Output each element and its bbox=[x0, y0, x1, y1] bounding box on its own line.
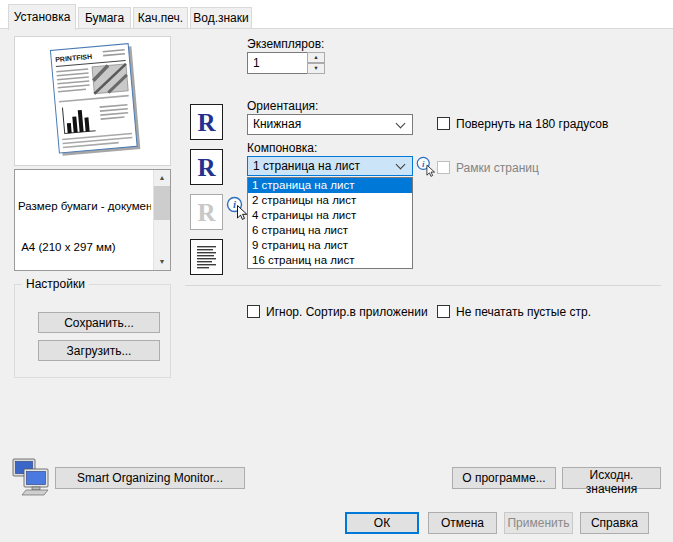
checkbox-box[interactable] bbox=[247, 305, 260, 318]
r-letter: R bbox=[197, 155, 215, 180]
tab-paper-label: Бумага bbox=[85, 11, 124, 25]
tab-print-quality-label: Кач.печ. bbox=[138, 11, 183, 25]
layout-option[interactable]: 6 страниц на лист bbox=[248, 223, 412, 238]
checkbox-box[interactable] bbox=[437, 117, 450, 130]
restore-defaults-button[interactable]: Исходн. значения bbox=[562, 467, 661, 489]
section-separator bbox=[185, 285, 661, 286]
copies-label: Экземпляров: bbox=[247, 37, 324, 51]
skip-blank-pages-label: Не печатать пустые стр. bbox=[456, 305, 591, 319]
chevron-down-icon bbox=[396, 160, 406, 170]
settings-summary-panel: Размер бумаги - документ А4 (210 х 297 м… bbox=[14, 169, 171, 271]
orientation-label: Ориентация: bbox=[247, 99, 318, 113]
orientation-portrait-icon: R bbox=[190, 104, 223, 140]
orientation-select[interactable]: Книжная bbox=[247, 114, 413, 135]
computer-icon bbox=[10, 455, 50, 497]
layout-lines-icon bbox=[190, 239, 223, 275]
scroll-down-icon[interactable]: ▼ bbox=[154, 254, 170, 270]
ignore-collate-checkbox[interactable]: Игнор. Сортир.в приложении bbox=[247, 304, 428, 319]
layout-option[interactable]: 4 страницы на лист bbox=[248, 208, 412, 223]
cursor-icon bbox=[238, 206, 247, 220]
vertical-scrollbar[interactable]: ▲ ▼ bbox=[153, 170, 170, 270]
tab-watermarks[interactable]: Вод.знаки bbox=[190, 7, 252, 29]
orientation-value: Книжная bbox=[253, 117, 301, 131]
ok-button[interactable]: ОК bbox=[345, 512, 419, 534]
page-frames-label: Рамки страниц bbox=[456, 161, 539, 175]
scroll-up-icon[interactable]: ▲ bbox=[154, 170, 170, 186]
r-letter: R bbox=[197, 200, 215, 225]
settings-summary-text: Размер бумаги - документ А4 (210 х 297 м… bbox=[18, 172, 151, 268]
load-settings-button[interactable]: Загрузить... bbox=[38, 340, 160, 361]
smart-organizing-monitor-button[interactable]: Smart Organizing Monitor... bbox=[55, 467, 245, 489]
layout-label: Компоновка: bbox=[247, 141, 317, 155]
tab-paper[interactable]: Бумага bbox=[78, 7, 131, 29]
tab-watermarks-label: Вод.знаки bbox=[193, 11, 249, 25]
spinner-up-icon[interactable]: ▲ bbox=[307, 52, 325, 63]
cursor-icon bbox=[427, 165, 435, 176]
copies-spinner: ▲ ▼ bbox=[307, 52, 325, 74]
tab-print-quality[interactable]: Кач.печ. bbox=[133, 7, 188, 29]
info-balloon-icon-with-cursor[interactable]: i bbox=[226, 196, 249, 221]
summary-line: Размер бумаги - документ bbox=[18, 200, 151, 214]
text-lines-icon bbox=[196, 244, 217, 271]
cancel-button[interactable]: Отмена bbox=[428, 512, 497, 534]
print-preview-panel: PRINTFISH bbox=[14, 36, 171, 166]
page-frames-checkbox: Рамки страниц bbox=[437, 160, 539, 175]
copies-input[interactable] bbox=[247, 52, 308, 74]
tab-setup-label: Установка bbox=[14, 10, 71, 24]
about-button[interactable]: О программе... bbox=[452, 467, 556, 489]
scrollbar-thumb[interactable] bbox=[154, 186, 170, 220]
save-settings-button[interactable]: Сохранить... bbox=[38, 312, 160, 333]
rotate-180-label: Повернуть на 180 градусов bbox=[456, 117, 608, 131]
apply-button: Применить bbox=[504, 512, 573, 534]
rotate-180-checkbox[interactable]: Повернуть на 180 градусов bbox=[437, 116, 608, 131]
tab-strip: Установка Бумага Кач.печ. Вод.знаки bbox=[0, 0, 673, 29]
layout-option[interactable]: 2 страницы на лист bbox=[248, 193, 412, 208]
summary-line: А4 (210 х 297 мм) bbox=[18, 241, 151, 255]
chevron-down-icon bbox=[396, 119, 406, 129]
r-letter: R bbox=[197, 110, 215, 135]
info-balloon-icon[interactable]: i bbox=[416, 156, 436, 178]
orientation-rotated-disabled-icon: R bbox=[190, 194, 223, 230]
layout-select[interactable]: 1 страница на лист bbox=[247, 156, 413, 176]
spinner-down-icon[interactable]: ▼ bbox=[307, 63, 325, 74]
ignore-collate-label: Игнор. Сортир.в приложении bbox=[266, 305, 428, 319]
skip-blank-pages-checkbox[interactable]: Не печатать пустые стр. bbox=[437, 304, 591, 319]
printer-preferences-dialog: Установка Бумага Кач.печ. Вод.знаки PRIN… bbox=[0, 0, 673, 542]
preview-page-illustration: PRINTFISH bbox=[15, 37, 170, 165]
layout-option[interactable]: 9 страниц на лист bbox=[248, 238, 412, 253]
checkbox-box[interactable] bbox=[437, 305, 450, 318]
settings-group-title: Настройки bbox=[22, 277, 89, 291]
layout-option[interactable]: 16 страниц на лист bbox=[248, 253, 412, 268]
help-button[interactable]: Справка bbox=[580, 512, 649, 534]
checkbox-box bbox=[437, 161, 450, 174]
layout-dropdown-list: 1 страница на лист 2 страницы на лист 4 … bbox=[247, 177, 413, 269]
layout-option[interactable]: 1 страница на лист bbox=[248, 178, 412, 193]
orientation-preview-icon: R bbox=[190, 149, 223, 185]
layout-value: 1 страница на лист bbox=[253, 159, 360, 173]
tab-setup[interactable]: Установка bbox=[8, 4, 76, 30]
